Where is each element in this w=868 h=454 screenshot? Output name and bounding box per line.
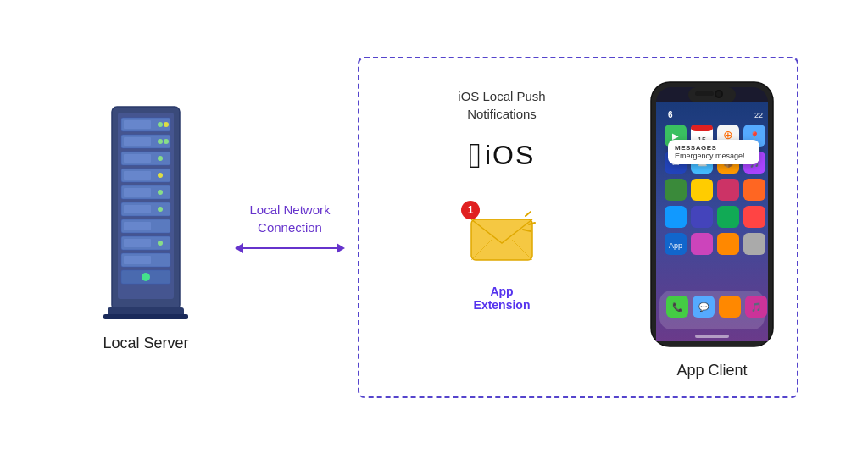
arrowhead-left-icon	[235, 243, 243, 253]
arrow-section: Local Network Connection	[222, 201, 358, 253]
svg-rect-69	[743, 179, 765, 201]
svg-rect-78	[743, 233, 765, 255]
diagram-container: Local Server Local Network Connection iO…	[27, 19, 841, 435]
svg-point-4	[158, 122, 163, 127]
svg-rect-66	[665, 179, 687, 201]
svg-point-30	[142, 273, 150, 281]
client-section: iOS Local Push Notifications  iOS	[358, 57, 798, 398]
svg-point-18	[158, 190, 163, 195]
svg-text:💬: 💬	[698, 302, 709, 313]
svg-rect-7	[124, 137, 151, 146]
svg-line-36	[526, 212, 531, 216]
svg-rect-3	[124, 120, 151, 129]
svg-rect-14	[124, 171, 151, 180]
iphone-icon: 6 22 ▶ 15 ⊕	[644, 79, 780, 350]
apple-ios-row:  iOS	[469, 138, 536, 174]
arrow-shaft	[243, 247, 337, 249]
svg-point-5	[164, 122, 169, 127]
svg-rect-17	[124, 188, 151, 197]
phone-wrapper: 6 22 ▶ 15 ⊕	[644, 79, 780, 353]
svg-point-12	[158, 156, 163, 161]
phone-section: 6 22 ▶ 15 ⊕	[644, 79, 780, 379]
notification-bubble: MESSAGES Emergency mesage!	[668, 140, 760, 164]
ios-push-title: iOS Local Push Notifications	[458, 87, 545, 123]
server-section: Local Server	[70, 102, 222, 352]
svg-rect-70	[665, 206, 687, 228]
svg-rect-32	[103, 314, 188, 319]
envelope-wrapper: 1	[468, 208, 536, 263]
server-label: Local Server	[103, 335, 188, 352]
arrowhead-right-icon	[337, 243, 345, 253]
server-icon	[99, 102, 192, 323]
client-inner: iOS Local Push Notifications  iOS	[376, 79, 780, 379]
svg-text:🎵: 🎵	[751, 302, 762, 313]
svg-point-21	[158, 207, 163, 212]
svg-point-43	[716, 91, 721, 97]
svg-point-15	[158, 173, 163, 178]
svg-point-8	[158, 139, 163, 144]
notification-body: Emergency mesage!	[675, 152, 753, 160]
svg-rect-68	[717, 179, 739, 201]
svg-rect-76	[691, 233, 713, 255]
app-client-label: App Client	[676, 362, 747, 379]
svg-text:App: App	[669, 241, 682, 250]
svg-rect-25	[124, 239, 151, 247]
svg-rect-77	[717, 233, 739, 255]
svg-rect-73	[743, 206, 765, 228]
ios-text-label: iOS	[485, 140, 535, 171]
svg-rect-84	[719, 296, 741, 318]
apple-logo-icon: 	[469, 138, 481, 174]
svg-rect-52	[691, 125, 713, 131]
svg-text:▶: ▶	[672, 131, 679, 141]
svg-rect-20	[124, 205, 151, 213]
app-extension-section: 1 App Extension	[468, 208, 536, 312]
connection-label: Local Network Connection	[249, 201, 330, 236]
svg-rect-33	[471, 219, 532, 260]
svg-rect-44	[695, 91, 714, 96]
svg-text:22: 22	[754, 111, 763, 119]
svg-rect-71	[691, 206, 713, 228]
svg-rect-28	[124, 256, 151, 264]
app-extension-label: App Extension	[474, 271, 531, 312]
notification-badge: 1	[461, 201, 480, 219]
svg-point-9	[164, 139, 169, 144]
svg-rect-11	[124, 154, 151, 163]
ios-push-section: iOS Local Push Notifications  iOS	[376, 79, 627, 312]
svg-rect-23	[124, 222, 151, 230]
svg-text:📞: 📞	[672, 302, 683, 313]
svg-text:6: 6	[668, 110, 673, 119]
svg-point-26	[158, 241, 163, 246]
svg-rect-72	[717, 206, 739, 228]
svg-rect-67	[691, 179, 713, 201]
bidirectional-arrow	[235, 243, 345, 253]
notification-title: MESSAGES	[675, 144, 753, 152]
svg-rect-87	[695, 335, 729, 338]
